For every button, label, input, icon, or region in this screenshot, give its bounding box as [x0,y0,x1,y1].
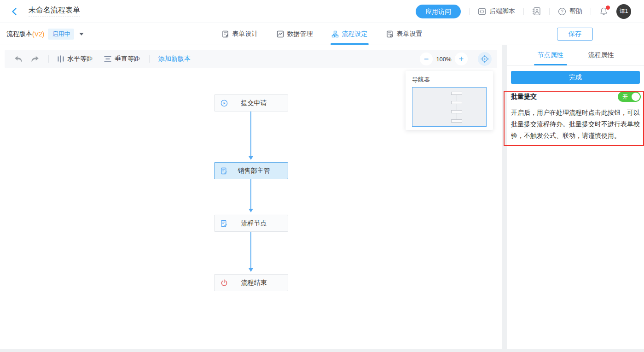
main-tabs: 表单设计 数据管理 流程设定 [222,23,423,45]
flow-canvas[interactable]: 水平等距 垂直等距 添加新版本 − 100% + [0,45,502,349]
notification-button[interactable] [599,7,608,16]
minimap-flow [451,92,462,123]
contacts-icon [532,7,541,16]
version-label: 流程版本 [6,30,32,38]
code-icon [478,7,486,16]
navigator-title: 导航器 [406,71,493,87]
play-icon [220,100,228,107]
flow-connector [250,179,251,211]
power-icon [220,279,228,287]
form-settings-icon [386,30,394,38]
flow-connector [250,111,251,158]
help-label: 帮助 [569,7,582,16]
vertical-equal-spacing-button[interactable]: 垂直等距 [104,55,140,63]
toggle-state-label: 开 [622,93,628,101]
redo-icon [30,56,40,63]
tab-label: 表单设计 [232,30,258,38]
tab-flow-setting[interactable]: 流程设定 [331,23,368,45]
version-tag: (V2) [32,30,44,38]
page-title[interactable]: 未命名流程表单 [29,6,80,17]
svg-text:?: ? [561,9,563,14]
user-avatar[interactable]: 谭1 [616,4,631,19]
tab-label: 表单设置 [397,30,423,38]
vertical-spacing-label: 垂直等距 [115,55,140,63]
batch-submit-section: 批量提交 开 开启后，用户在处理流程时点击此按钮，可以 批量提交流程待办。批量提… [507,84,644,141]
toggle-knob [632,93,640,101]
zoom-in-button[interactable]: + [455,53,468,65]
divider [149,55,150,63]
minimap-connector [457,113,457,119]
divider [591,8,591,15]
node-label: 流程结束 [241,279,267,287]
app-access-button[interactable]: 应用访问 [416,5,461,18]
top-header: 未命名流程表单 应用访问 后端脚本 [0,0,644,23]
minimap-node [451,92,462,95]
flow-node-end[interactable]: 流程结束 [214,274,288,291]
navigator-minimap[interactable] [412,87,487,127]
properties-panel: 节点属性 流程属性 完成 批量提交 开 开启后，用户在处理流程时点击此按钮，可以… [507,45,644,349]
back-button[interactable] [10,7,19,16]
node-label: 流程节点 [241,219,267,228]
notification-dot [606,6,610,10]
horizontal-spacing-icon [58,55,64,63]
tab-data-manage[interactable]: 数据管理 [277,23,313,45]
tab-form-settings[interactable]: 表单设置 [386,23,423,45]
divider [469,8,470,15]
form-design-icon [222,30,229,38]
done-button[interactable]: 完成 [511,71,640,84]
caret-down-icon[interactable] [79,33,84,38]
data-manage-icon [277,30,284,38]
description-line: 开启后，用户在处理流程时点击此按钮，可以 [511,107,641,118]
status-badge: 启用中 [48,29,74,40]
help-button[interactable]: ? 帮助 [558,7,582,16]
minimap-node [451,110,462,113]
divider [523,8,524,15]
flow-node-task[interactable]: 流程节点 [214,215,288,232]
minimap-connector [457,104,457,110]
backend-script-button[interactable]: 后端脚本 [478,7,515,16]
contacts-button[interactable] [532,7,541,16]
tab-label: 数据管理 [287,30,313,38]
crosshair-icon [481,55,489,63]
flow-setting-icon [331,30,339,38]
flow-node-sales-manager[interactable]: 销售部主管 [214,162,288,179]
node-label: 提交申请 [241,99,267,107]
backend-script-label: 后端脚本 [489,7,515,16]
app-window: 未命名流程表单 应用访问 后端脚本 [0,0,644,352]
tab-flow-properties[interactable]: 流程属性 [588,45,614,65]
flow-connector [250,232,251,270]
description-line: 批量提交流程待办。批量提交时不进行表单校 [511,118,641,130]
horizontal-equal-spacing-button[interactable]: 水平等距 [58,55,93,63]
minimap-node [451,119,462,123]
navigator-panel: 导航器 [406,71,493,130]
save-button[interactable]: 保存 [557,28,593,41]
help-icon: ? [558,7,566,16]
zoom-out-button[interactable]: − [420,53,433,65]
panel-tabs: 节点属性 流程属性 [507,45,644,66]
zoom-level: 100% [433,56,455,63]
batch-submit-toggle[interactable]: 开 [618,92,641,102]
sub-header: 流程版本 (V2) 启用中 表单设计 数据管理 [0,23,644,45]
tab-label: 流程设定 [342,30,368,38]
minimap-node [451,101,462,104]
redo-button[interactable] [30,56,40,63]
batch-submit-description: 开启后，用户在处理流程时点击此按钮，可以 批量提交流程待办。批量提交时不进行表单… [511,107,641,141]
tab-form-design[interactable]: 表单设计 [222,23,258,45]
flow-node-start[interactable]: 提交申请 [214,94,288,111]
chevron-left-icon [10,7,19,16]
fit-view-button[interactable] [478,52,492,66]
form-edit-icon [220,220,228,227]
undo-icon [14,56,23,63]
undo-button[interactable] [14,56,23,63]
add-new-version-button[interactable]: 添加新版本 [158,55,191,63]
divider [549,8,550,15]
zoom-controls: − 100% + [420,52,497,66]
description-line: 验，不触发公式、联动，请谨慎使用。 [511,130,641,141]
vertical-spacing-icon [104,56,111,62]
content-area: 水平等距 垂直等距 添加新版本 − 100% + [0,45,644,352]
divider [48,55,49,63]
version-selector[interactable]: 流程版本 (V2) 启用中 [6,29,84,40]
batch-submit-header: 批量提交 开 [511,92,641,102]
form-edit-icon [220,167,228,175]
tab-node-properties[interactable]: 节点属性 [538,45,563,65]
